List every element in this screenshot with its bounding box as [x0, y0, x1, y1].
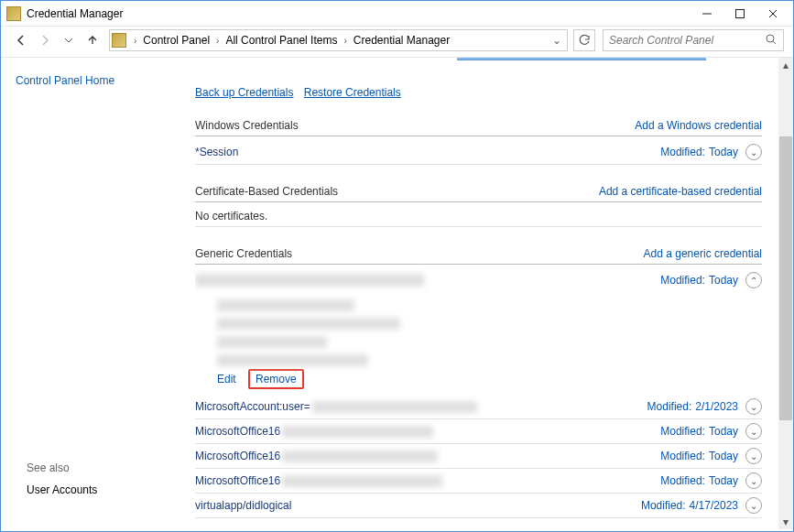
see-also-heading: See also — [27, 461, 97, 474]
add-certificate-credential-link[interactable]: Add a certificate-based credential — [599, 185, 762, 198]
credential-name[interactable]: MicrosoftOffice16 — [195, 450, 280, 462]
credential-name[interactable]: *Session — [195, 146, 238, 158]
modified-value: 2/1/2023 — [695, 400, 738, 413]
chevron-right-icon[interactable]: › — [212, 36, 223, 46]
restore-link[interactable]: Restore Credentials — [304, 86, 401, 99]
credential-row[interactable]: MicrosoftAccount:user=x Modified: 2/1/20… — [195, 395, 762, 419]
svg-line-3 — [769, 10, 777, 17]
redacted-detail: x — [217, 318, 400, 330]
modified-label: Modified: — [660, 146, 705, 158]
chevron-down-icon[interactable]: ⌄ — [745, 144, 762, 160]
modified-value: Today — [709, 146, 738, 158]
chevron-down-icon[interactable]: ⌄ — [745, 472, 762, 489]
remove-link[interactable]: Remove — [248, 369, 304, 389]
credential-row[interactable]: MicrosoftOffice16x Modified: Today ⌄ — [195, 469, 762, 494]
chevron-down-icon[interactable]: ⌄ — [745, 423, 762, 440]
credential-row[interactable]: MicrosoftOffice16x Modified: Today ⌄ — [195, 444, 762, 469]
redacted-name: x — [195, 274, 424, 287]
redacted-suffix: x — [282, 475, 442, 487]
windows-credentials-section: Windows Credentials Add a Windows creden… — [195, 119, 762, 165]
modified-value: 4/17/2023 — [690, 499, 738, 512]
credential-row[interactable]: *Session Modified: Today ⌄ — [195, 140, 762, 165]
control-panel-home-link[interactable]: Control Panel Home — [16, 74, 180, 87]
credential-row[interactable]: virtualapp/didlogical Modified: 4/17/202… — [195, 494, 762, 518]
forward-button[interactable] — [34, 29, 56, 51]
credential-detail: x x x x Edit Remove — [195, 292, 762, 395]
close-button[interactable] — [756, 3, 789, 25]
app-icon — [6, 6, 21, 21]
chevron-right-icon[interactable]: › — [130, 36, 140, 46]
modified-label: Modified: — [647, 400, 692, 413]
selected-tab-indicator — [457, 58, 706, 60]
scrollbar-thumb[interactable] — [779, 136, 792, 420]
action-links: Back up Credentials Restore Credentials — [195, 86, 762, 99]
redacted-detail: x — [217, 336, 327, 348]
credential-name[interactable]: MicrosoftOffice16 — [195, 425, 280, 438]
chevron-up-icon[interactable]: ⌃ — [745, 272, 762, 288]
backup-link[interactable]: Back up Credentials — [195, 86, 293, 99]
chevron-down-icon[interactable]: ⌄ — [745, 448, 762, 464]
title-bar: Credential Manager — [1, 1, 793, 27]
modified-label: Modified: — [641, 499, 686, 512]
section-title: Windows Credentials — [195, 119, 299, 132]
see-also-section: See also User Accounts — [27, 461, 97, 505]
add-windows-credential-link[interactable]: Add a Windows credential — [635, 119, 762, 132]
add-generic-credential-link[interactable]: Add a generic credential — [644, 247, 762, 260]
certificate-credentials-section: Certificate-Based Credentials Add a cert… — [195, 185, 762, 227]
modified-value: Today — [709, 425, 738, 438]
credential-row-expanded[interactable]: x Modified: Today ⌃ — [195, 268, 762, 292]
credential-name[interactable]: MicrosoftAccount:user= — [195, 400, 310, 413]
edit-link[interactable]: Edit — [217, 373, 236, 385]
scroll-down-arrow[interactable]: ▾ — [778, 515, 793, 529]
modified-value: Today — [709, 474, 738, 487]
scrollbar[interactable]: ▴ ▾ — [778, 58, 793, 529]
toolbar: › Control Panel › All Control Panel Item… — [1, 27, 793, 58]
content: Control Panel Home See also User Account… — [1, 58, 793, 531]
scroll-up-arrow[interactable]: ▴ — [778, 58, 793, 72]
breadcrumb[interactable]: › Control Panel › All Control Panel Item… — [109, 29, 568, 51]
credential-name[interactable]: MicrosoftOffice16 — [195, 474, 280, 487]
user-accounts-link[interactable]: User Accounts — [27, 483, 97, 496]
svg-rect-1 — [736, 9, 745, 17]
breadcrumb-item[interactable]: Control Panel — [140, 34, 212, 47]
minimize-button[interactable] — [691, 3, 723, 25]
redacted-suffix: x — [282, 451, 438, 462]
svg-point-4 — [767, 35, 774, 42]
svg-line-5 — [773, 41, 776, 44]
modified-label: Modified: — [660, 425, 705, 438]
breadcrumb-item[interactable]: Credential Manager — [351, 34, 452, 47]
credential-name[interactable]: virtualapp/didlogical — [195, 499, 291, 512]
left-pane: Control Panel Home See also User Account… — [1, 58, 195, 531]
maximize-button[interactable] — [723, 3, 756, 25]
breadcrumb-dropdown-icon[interactable]: ⌄ — [549, 34, 565, 47]
modified-value: Today — [709, 450, 738, 462]
back-button[interactable] — [10, 29, 32, 51]
generic-credentials-section: Generic Credentials Add a generic creden… — [195, 247, 762, 518]
chevron-down-icon[interactable]: ⌄ — [745, 398, 762, 415]
modified-label: Modified: — [660, 474, 705, 487]
search-input[interactable] — [604, 34, 759, 47]
chevron-down-icon[interactable]: ⌄ — [745, 497, 762, 514]
main-pane: Back up Credentials Restore Credentials … — [195, 58, 793, 531]
redacted-suffix: x — [312, 401, 477, 413]
up-button[interactable] — [82, 29, 103, 51]
window-title: Credential Manager — [27, 7, 691, 20]
credential-row[interactable]: MicrosoftOffice16x Modified: Today ⌄ — [195, 419, 762, 444]
redacted-detail: x — [217, 354, 368, 366]
refresh-button[interactable] — [573, 29, 595, 51]
search-icon[interactable] — [759, 33, 783, 49]
modified-value: Today — [709, 274, 738, 287]
svg-line-2 — [769, 10, 777, 17]
breadcrumb-item[interactable]: All Control Panel Items — [223, 34, 340, 47]
search-box[interactable] — [603, 29, 784, 51]
redacted-suffix: x — [282, 426, 433, 438]
chevron-right-icon[interactable]: › — [340, 36, 350, 46]
modified-label: Modified: — [660, 274, 705, 287]
redacted-detail: x — [217, 299, 354, 311]
section-title: Certificate-Based Credentials — [195, 185, 338, 198]
breadcrumb-icon — [112, 33, 126, 48]
modified-label: Modified: — [660, 450, 705, 462]
no-certificates-text: No certificates. — [195, 206, 762, 227]
recent-dropdown-button[interactable] — [58, 29, 80, 51]
section-title: Generic Credentials — [195, 247, 292, 260]
